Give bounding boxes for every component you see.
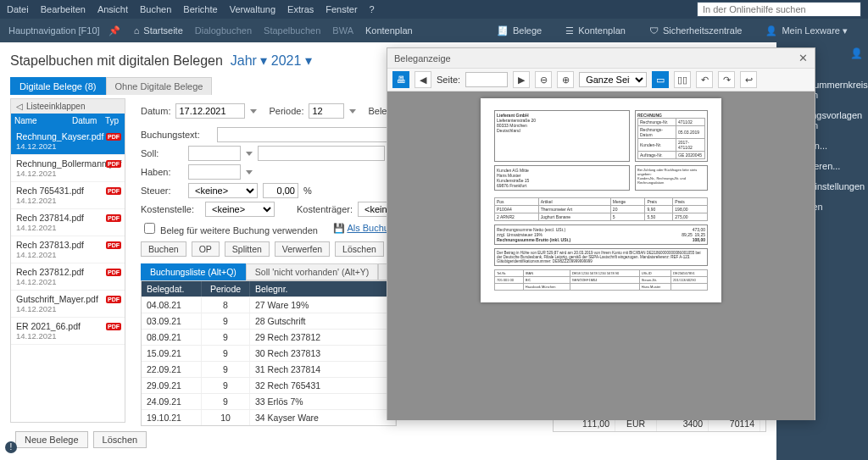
menu-berichte[interactable]: Berichte bbox=[183, 4, 217, 14]
tab-buchungsliste[interactable]: Buchungsliste (Alt+Q) bbox=[141, 263, 246, 280]
periode-dropdown-icon[interactable] bbox=[349, 109, 356, 114]
input-periode[interactable] bbox=[309, 103, 344, 119]
tool-rotate-r-icon[interactable]: ↷ bbox=[718, 71, 735, 88]
tool-print-icon[interactable]: 🖶 bbox=[392, 71, 409, 88]
sidebar-user-icon[interactable]: 👤 bbox=[850, 47, 863, 59]
btn-buchen[interactable]: Buchen bbox=[141, 241, 186, 257]
file-row[interactable]: Rechnung_Bollermann.pdf14.12.2021PDF bbox=[11, 155, 125, 182]
tool-undo-icon[interactable]: ↩ bbox=[740, 71, 757, 88]
tb-sicherheit[interactable]: 🛡 Sicherheitszentrale bbox=[649, 25, 743, 36]
table-row[interactable]: 03.09.21928 Gutschrift bbox=[142, 313, 396, 329]
gh-belegdat[interactable]: Belegdat. bbox=[142, 281, 202, 297]
input-soll[interactable] bbox=[188, 146, 241, 161]
select-steuer[interactable]: <keine> bbox=[188, 183, 258, 198]
preview-title: Beleganzeige bbox=[394, 53, 451, 64]
nav-stapelbuchen[interactable]: Stapelbuchen bbox=[264, 25, 320, 36]
tab-ohne-digitale[interactable]: Ohne Digitale Belege bbox=[106, 77, 213, 95]
table-row[interactable]: 04.08.21827 Ware 19% bbox=[142, 297, 396, 313]
btn-neue-belege[interactable]: Neue Belege bbox=[15, 431, 88, 448]
nav-startseite[interactable]: ⌂ Startseite bbox=[134, 25, 183, 36]
help-search-input[interactable] bbox=[697, 2, 861, 17]
nav-kontenplan[interactable]: Kontenplan bbox=[365, 25, 413, 36]
collapse-list[interactable]: ◁Listeeinklappen bbox=[11, 99, 125, 114]
pdf-icon: PDF bbox=[106, 187, 121, 195]
select-kostenstelle[interactable]: <keine> bbox=[205, 202, 275, 217]
datum-dropdown-icon[interactable] bbox=[250, 109, 257, 114]
pdf-icon: PDF bbox=[106, 133, 121, 141]
nav-bwa[interactable]: BWA bbox=[332, 25, 353, 36]
menu-datei[interactable]: Datei bbox=[7, 4, 29, 14]
tool-next-icon[interactable]: ▶ bbox=[513, 71, 530, 88]
menu-ansicht[interactable]: Ansicht bbox=[97, 4, 128, 14]
menu-bearbeiten[interactable]: Bearbeiten bbox=[41, 4, 86, 14]
lbl-ks: Kostenstelle: bbox=[141, 204, 200, 214]
tool-prev-icon[interactable]: ◀ bbox=[415, 71, 431, 88]
file-row[interactable]: Rech 237812.pdf14.12.2021PDF bbox=[11, 263, 125, 291]
table-row[interactable]: 15.09.21930 Rech 237813 bbox=[142, 345, 396, 361]
btn-delete-beleg[interactable]: Löschen bbox=[93, 431, 147, 448]
table-row[interactable]: 29.09.21932 Rech 765431 bbox=[142, 377, 396, 393]
file-list-panel: ◁Listeeinklappen Name Datum Typ Rechnung… bbox=[10, 98, 125, 423]
pdf-icon: PDF bbox=[106, 323, 121, 330]
tool-twopage-icon[interactable]: ▯▯ bbox=[674, 71, 691, 88]
lbl-haben: Haben: bbox=[141, 167, 183, 177]
preview-close-icon[interactable]: ✕ bbox=[798, 52, 808, 64]
col-typ[interactable]: Typ bbox=[103, 116, 121, 125]
pdf-icon: PDF bbox=[106, 296, 121, 303]
lbl-datum: Datum: bbox=[141, 106, 170, 116]
soll-dropdown-icon[interactable] bbox=[246, 152, 253, 156]
tab-digitale-belege[interactable]: Digitale Belege (8) bbox=[10, 77, 106, 95]
tab-soll-nv[interactable]: Soll 'nicht vorhanden' (Alt+Y) bbox=[246, 263, 378, 280]
menu-help[interactable]: ? bbox=[370, 4, 375, 14]
tool-zoom-in-icon[interactable]: ⊕ bbox=[557, 71, 574, 88]
input-haben[interactable] bbox=[188, 164, 241, 180]
nav-dialogbuchen[interactable]: Dialogbuchen bbox=[195, 25, 252, 36]
btn-verwerfen[interactable]: Verwerfen bbox=[275, 241, 330, 257]
main-menu-bar: Datei Bearbeiten Ansicht Buchen Berichte… bbox=[0, 0, 868, 19]
input-page[interactable] bbox=[465, 72, 508, 87]
pin-icon[interactable]: 📌 bbox=[108, 25, 120, 36]
btn-loeschen[interactable]: Löschen bbox=[335, 241, 384, 257]
table-row[interactable]: 22.09.21931 Rech 237814 bbox=[142, 361, 396, 377]
col-datum[interactable]: Datum bbox=[72, 116, 103, 125]
input-steuer-pc[interactable] bbox=[263, 183, 298, 198]
hauptnavigation-label[interactable]: Hauptnavigation [F10] bbox=[8, 25, 100, 36]
chk-reuse[interactable]: Beleg für weitere Buchung verwenden bbox=[141, 220, 318, 236]
haben-dropdown-icon[interactable] bbox=[246, 170, 253, 175]
table-row[interactable]: 08.09.21929 Rech 237812 bbox=[142, 329, 396, 345]
tb-kontenplan[interactable]: ☰ Kontenplan bbox=[565, 25, 626, 36]
tool-fit-icon[interactable]: ▭ bbox=[652, 71, 669, 88]
menu-fenster[interactable]: Fenster bbox=[326, 4, 357, 14]
tb-belege[interactable]: 🧾 Belege bbox=[497, 25, 542, 36]
beleg-preview-window: Beleganzeige ✕ 🖶 ◀ Seite: ▶ ⊖ ⊕ Ganze Se… bbox=[387, 47, 815, 420]
btn-op[interactable]: OP bbox=[192, 241, 220, 257]
info-icon[interactable]: ! bbox=[5, 441, 17, 453]
file-row[interactable]: Rech 237814.pdf14.12.2021PDF bbox=[11, 209, 125, 236]
lbl-btext: Buchungstext: bbox=[141, 130, 212, 140]
file-row[interactable]: Rechnung_Kayser.pdf14.12.2021PDF bbox=[11, 128, 125, 155]
table-row[interactable]: 24.09.21933 Erlös 7% bbox=[142, 393, 396, 409]
file-row[interactable]: ER 2021_66.pdf14.12.2021PDF bbox=[11, 318, 125, 345]
btn-splitten[interactable]: Splitten bbox=[225, 241, 270, 257]
tb-mein-lexware[interactable]: 👤 Mein Lexware ▾ bbox=[765, 25, 848, 36]
ribbon-bar: Hauptnavigation [F10] 📌 ⌂ Startseite Dia… bbox=[0, 19, 868, 42]
lbl-periode: Periode: bbox=[269, 106, 303, 116]
select-zoom[interactable]: Ganze Seite bbox=[579, 72, 647, 87]
table-row[interactable]: 19.10.211034 Kayser Ware bbox=[142, 409, 396, 425]
col-name[interactable]: Name bbox=[14, 116, 72, 125]
tool-zoom-out-icon[interactable]: ⊖ bbox=[535, 71, 552, 88]
menu-verwaltung[interactable]: Verwaltung bbox=[230, 4, 275, 14]
menu-buchen[interactable]: Buchen bbox=[140, 4, 171, 14]
input-soll-text[interactable] bbox=[258, 146, 385, 161]
file-row[interactable]: Rech 237813.pdf14.12.2021PDF bbox=[11, 236, 125, 263]
gh-periode[interactable]: Periode bbox=[202, 281, 250, 297]
year-dropdown[interactable]: Jahr ▾ 2021 ▾ bbox=[231, 53, 312, 68]
input-datum[interactable] bbox=[175, 103, 245, 119]
file-row[interactable]: Gutschrift_Mayer.pdf14.12.2021PDF bbox=[11, 291, 125, 318]
gh-belegnr[interactable]: Belegnr. bbox=[250, 281, 396, 297]
file-row[interactable]: Rech 765431.pdf14.12.2021PDF bbox=[11, 182, 125, 209]
lbl-kt: Kostenträger: bbox=[297, 204, 353, 214]
pdf-icon: PDF bbox=[106, 214, 121, 222]
menu-extras[interactable]: Extras bbox=[287, 4, 314, 14]
tool-rotate-l-icon[interactable]: ↶ bbox=[696, 71, 713, 88]
